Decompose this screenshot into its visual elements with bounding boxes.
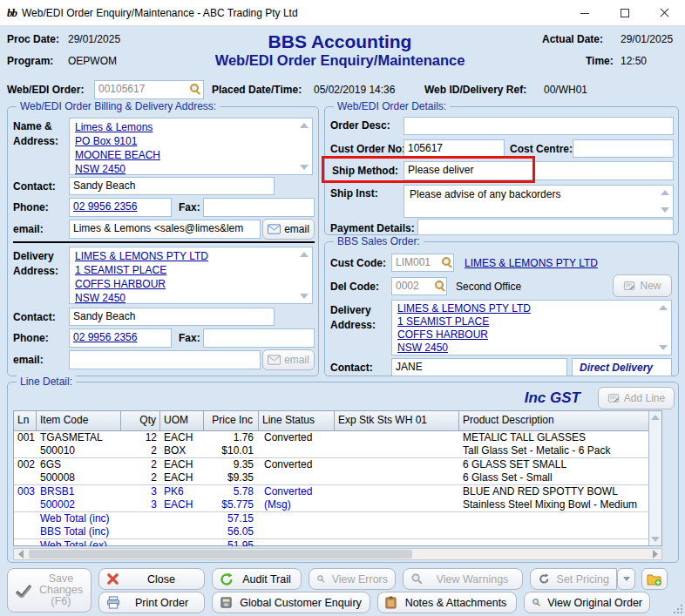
scroll-up-icon[interactable] — [651, 415, 660, 420]
delivery-address-line[interactable]: COFFS HARBOUR — [75, 278, 166, 290]
webedi-order-label: Web/EDI Order: — [7, 84, 84, 96]
billing-address-line[interactable]: MOONEE BEACH — [75, 149, 160, 161]
billing-fax-field[interactable] — [203, 198, 315, 217]
so-delivery-line[interactable]: LIMES & LEMONS PTY LTD — [397, 302, 531, 315]
scrollbar-thumb[interactable] — [29, 550, 412, 558]
add-line-button[interactable]: Add Line — [598, 387, 675, 410]
view-original-order-button[interactable]: View Original Order — [524, 592, 650, 613]
scroll-down-icon[interactable] — [651, 537, 660, 542]
set-pricing-dropdown-button[interactable] — [617, 568, 635, 590]
delivery-address-line[interactable]: LIMES & LEMONS PTY LTD — [75, 250, 208, 262]
delivery-phone-link[interactable]: 02 9956 2356 — [73, 331, 137, 343]
scroll-down-icon[interactable] — [300, 294, 309, 299]
billing-email-field[interactable]: Limes & Lemons <sales@limes&lem — [69, 220, 261, 239]
so-delivery-line[interactable]: COFFS HARBOUR — [397, 328, 488, 341]
scroll-left-icon[interactable] — [14, 549, 27, 559]
delivery-fax-field[interactable] — [203, 328, 315, 348]
order-desc-field[interactable] — [404, 117, 674, 135]
new-delivery-button[interactable]: New — [613, 274, 672, 297]
scroll-up-icon[interactable] — [300, 252, 309, 257]
audit-trail-button[interactable]: Audit Trail — [212, 568, 302, 590]
table-row[interactable]: 003 BRSB1 3 PK6 5.78 Converted BLUE AND … — [14, 485, 661, 498]
billing-address-line[interactable]: Limes & Lemons — [75, 121, 153, 133]
close-button[interactable]: Close — [98, 568, 205, 590]
scroll-up-icon[interactable] — [659, 305, 668, 310]
total-row: Web Total (inc) 57.15 — [14, 512, 661, 525]
del-code-search-icon[interactable] — [435, 281, 444, 289]
cell-item: 500002 — [37, 498, 121, 511]
delivery-email-button[interactable]: email — [262, 349, 315, 370]
scroll-up-icon[interactable] — [300, 123, 309, 128]
cust-order-no-field[interactable]: 105617 — [404, 139, 505, 158]
cell-desc: 6 Glass Set - Small — [459, 471, 648, 484]
table-row[interactable]: 001 TGASMETAL 12 EACH 1.76 Converted MET… — [14, 431, 661, 444]
scroll-right-icon[interactable] — [648, 549, 661, 559]
cell-uom: EACH — [160, 431, 204, 444]
cust-code-input[interactable]: LIM001 — [391, 254, 454, 272]
view-warnings-button[interactable]: View Warnings — [403, 568, 523, 590]
so-delivery-line[interactable]: NSW 2450 — [397, 342, 448, 354]
total-value: 57.15 — [204, 512, 259, 525]
table-horizontal-scrollbar[interactable] — [13, 548, 662, 560]
billing-address-line[interactable]: PO Box 9101 — [75, 135, 137, 147]
webid-value: 00/WH01 — [544, 84, 587, 96]
billing-address-line[interactable]: NSW 2450 — [75, 163, 125, 175]
order-search-icon[interactable] — [190, 84, 199, 92]
delivery-contact-field[interactable]: Sandy Beach — [69, 308, 275, 326]
delivery-address-line[interactable]: NSW 2450 — [75, 292, 125, 304]
notes-attachments-button[interactable]: Notes & Attachments — [377, 592, 517, 613]
col-exp-stk[interactable]: Exp Stk Sts WH 01 — [335, 411, 459, 430]
delivery-email-field[interactable] — [69, 350, 261, 369]
billing-delivery-address-list[interactable]: LIMES & LEMONS PTY LTD 1 SEAMIST PLACE C… — [69, 247, 313, 304]
billing-phone-link[interactable]: 02 9956 2356 — [73, 200, 137, 213]
save-label-2: Changes — [39, 584, 83, 596]
global-customer-enquiry-button[interactable]: Global Customer Enquiry — [212, 592, 370, 613]
cust-name-text[interactable]: LIMES & LEMONS PTY LTD — [465, 257, 598, 269]
scroll-down-icon[interactable] — [300, 165, 309, 170]
del-code-input[interactable]: 0002 — [391, 277, 447, 295]
webedi-order-input[interactable]: 00105617 — [94, 80, 204, 99]
billing-phone-field[interactable]: 02 9956 2356 — [69, 198, 172, 217]
app-title: BBS Accounting — [174, 31, 505, 52]
so-contact-label: Contact: — [330, 362, 373, 374]
delivery-phone-field[interactable]: 02 9956 2356 — [69, 328, 172, 348]
payment-details-field[interactable] — [417, 219, 674, 235]
maximize-button[interactable] — [605, 0, 645, 26]
set-pricing-button[interactable]: Set Pricing — [530, 568, 617, 590]
close-window-button[interactable] — [645, 0, 685, 26]
col-uom[interactable]: UOM — [160, 411, 204, 430]
scroll-down-icon[interactable] — [659, 345, 668, 350]
folder-add-button[interactable] — [641, 568, 668, 590]
order-details-group-title: Web/EDI Order Details: — [334, 100, 450, 112]
col-price-inc[interactable]: Price Inc — [204, 411, 259, 430]
ship-inst-field[interactable]: Please advise of any backorders — [404, 185, 674, 218]
col-line-status[interactable]: Line Status — [259, 411, 335, 430]
save-changes-button[interactable]: Save Changes (F6) — [7, 568, 92, 613]
col-ln[interactable]: Ln — [14, 411, 37, 430]
billing-contact-field[interactable]: Sandy Beach — [69, 177, 275, 195]
billing-address-list[interactable]: Limes & Lemons PO Box 9101 MOONEE BEACH … — [69, 118, 313, 175]
cust-name-link[interactable]: LIMES & LEMONS PTY LTD — [465, 257, 598, 269]
table-row[interactable]: 002 6GS 2 EACH 9.35 Converted 6 GLASS SE… — [14, 458, 661, 471]
minimize-button[interactable] — [565, 0, 605, 26]
table-row[interactable]: 500008 2 EACH $9.35 6 Glass Set - Small — [14, 471, 661, 484]
table-row[interactable]: 500010 2 BOX $10.01 Tall Glass Set - Met… — [14, 444, 661, 457]
view-errors-button[interactable]: View Errors — [309, 568, 396, 590]
col-product-desc[interactable]: Product Description — [459, 411, 648, 430]
cust-code-search-icon[interactable] — [442, 257, 451, 266]
so-contact-field[interactable]: JANE — [391, 358, 567, 376]
table-row[interactable]: 500002 3 EACH $5.775 (Msg) Stainless Ste… — [14, 498, 661, 511]
so-delivery-line[interactable]: 1 SEAMIST PLACE — [397, 315, 489, 328]
table-vertical-scrollbar[interactable] — [648, 411, 661, 545]
scroll-down-icon[interactable] — [661, 207, 669, 213]
billing-email-button[interactable]: email — [262, 219, 315, 240]
delivery-address-line[interactable]: 1 SEAMIST PLACE — [75, 264, 166, 276]
scroll-up-icon[interactable] — [661, 190, 669, 195]
check-icon — [15, 584, 32, 598]
cost-centre-field[interactable] — [573, 139, 674, 158]
resize-grip[interactable] — [674, 605, 682, 613]
col-item-code[interactable]: Item Code — [37, 411, 121, 430]
col-qty[interactable]: Qty — [121, 411, 160, 430]
print-order-button[interactable]: Print Order — [98, 592, 205, 613]
so-delivery-address-list[interactable]: LIMES & LEMONS PTY LTD 1 SEAMIST PLACE C… — [391, 300, 672, 355]
